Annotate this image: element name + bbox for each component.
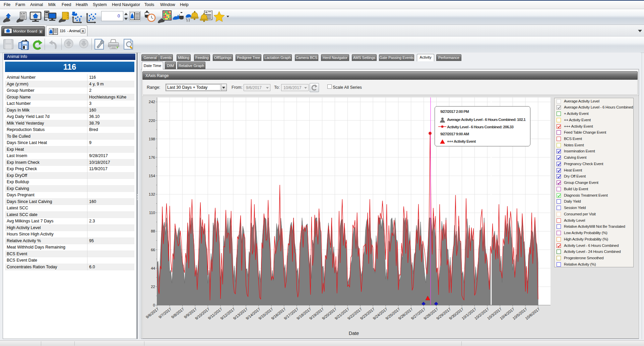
- svg-text:0: 0: [153, 303, 155, 307]
- svg-text:132: 132: [149, 192, 155, 196]
- svg-text:44: 44: [151, 266, 155, 270]
- svg-text:9/7/2017: 9/7/2017: [158, 307, 172, 319]
- svg-text:66: 66: [151, 248, 155, 252]
- svg-text:154: 154: [149, 174, 155, 178]
- svg-text:88: 88: [151, 229, 155, 233]
- svg-text:220: 220: [149, 119, 155, 123]
- svg-text:9/8/2017: 9/8/2017: [171, 307, 185, 319]
- svg-text:22: 22: [151, 285, 155, 289]
- svg-text:110: 110: [149, 211, 155, 215]
- svg-text:9/6/2017: 9/6/2017: [145, 307, 159, 319]
- svg-text:198: 198: [149, 137, 155, 141]
- svg-text:Date: Date: [349, 331, 359, 336]
- svg-text:242: 242: [149, 100, 155, 104]
- svg-text:176: 176: [149, 155, 155, 159]
